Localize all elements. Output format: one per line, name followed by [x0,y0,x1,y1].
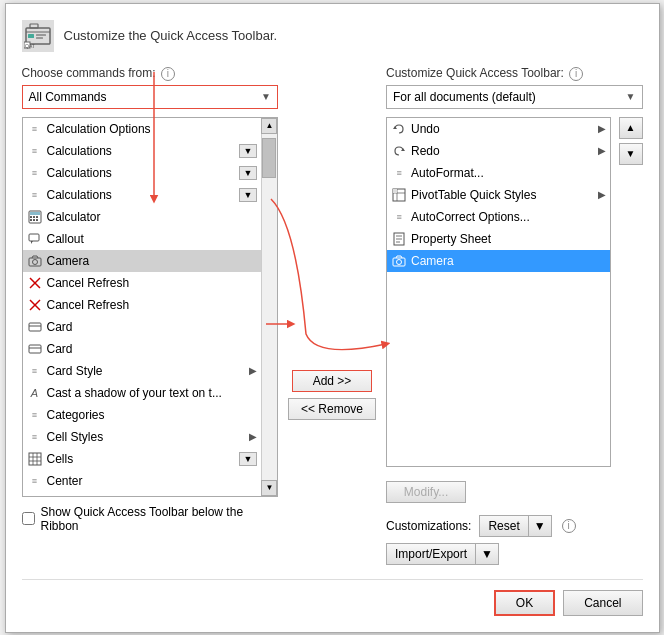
modify-button[interactable]: Modify... [386,481,466,503]
list-item[interactable]: Callout [23,228,261,250]
left-scrollbar[interactable]: ▲ ▼ [261,118,277,496]
right-panel: Customize Quick Access Toolbar: i For al… [386,66,642,565]
list-item[interactable]: ≡ Calculation Options [23,118,261,140]
svg-rect-16 [29,234,39,241]
scroll-side-btn[interactable]: ▼ [239,166,257,180]
show-toolbar-checkbox[interactable] [22,512,35,525]
callout-icon [27,231,43,247]
svg-rect-9 [30,212,40,215]
right-list-item[interactable]: ≡ AutoFormat... [387,162,609,184]
scroll-up-btn[interactable]: ▲ [261,118,277,134]
svg-rect-26 [29,345,41,353]
customizations-label: Customizations: [386,519,471,533]
dialog-header: QAT Customize the Quick Access Toolbar. [22,20,643,52]
right-list-item[interactable]: Undo ▶ [387,118,609,140]
left-dropdown[interactable]: All Commands ▼ [22,85,278,109]
item-icon: ≡ [27,121,43,137]
left-listbox-items: ≡ Calculation Options ≡ Calculations ▼ ≡… [23,118,261,496]
left-info-icon[interactable]: i [161,67,175,81]
left-section-label: Choose commands from: i [22,66,278,81]
list-item[interactable]: ≡ Center [23,470,261,492]
list-item[interactable]: ≡ Categories [23,404,261,426]
list-item[interactable]: ≡ Calculations ▼ [23,140,261,162]
scroll-side-btn[interactable]: ▼ [239,144,257,158]
svg-rect-45 [393,189,397,193]
undo-icon [391,121,407,137]
list-item[interactable]: ≡ Center [23,492,261,496]
import-export-button[interactable]: Import/Export ▼ [386,543,499,565]
svg-point-51 [397,259,402,264]
scroll-down-btn[interactable]: ▼ [261,480,277,496]
svg-rect-28 [29,453,41,465]
cancel-refresh-icon [27,275,43,291]
list-item[interactable]: Cancel Refresh [23,272,261,294]
svg-rect-15 [36,219,38,221]
submenu-arrow: ▶ [598,123,606,134]
cell-styles-icon: ≡ [27,429,43,445]
center-icon: ≡ [27,495,43,496]
list-item[interactable]: Cancel Refresh [23,294,261,316]
list-item[interactable]: ≡ Card Style ▶ [23,360,261,382]
list-item[interactable]: Cells ▼ [23,448,261,470]
property-sheet-icon [391,231,407,247]
svg-rect-3 [28,34,34,38]
list-item[interactable]: ≡ Cell Styles ▶ [23,426,261,448]
list-item[interactable]: Card [23,338,261,360]
svg-rect-14 [33,219,35,221]
right-scroll-up-btn[interactable]: ▲ [619,117,643,139]
list-item[interactable]: Card [23,316,261,338]
svg-point-19 [32,259,37,264]
scroll-side-btn[interactable]: ▼ [239,188,257,202]
right-list-item[interactable]: PivotTable Quick Styles ▶ [387,184,609,206]
cancel-button[interactable]: Cancel [563,590,642,616]
calculator-icon [27,209,43,225]
cancel-refresh-icon [27,297,43,313]
dialog: QAT Customize the Quick Access Toolbar. … [5,3,660,633]
camera-selected-icon [391,253,407,269]
add-button[interactable]: Add >> [292,370,372,392]
right-listbox[interactable]: Undo ▶ Redo ▶ ≡ AutoFormat... [386,117,610,467]
right-camera-item[interactable]: Camera [387,250,609,272]
cast-shadow-icon: A [27,385,43,401]
cells-icon [27,451,43,467]
pivottable-icon [391,187,407,203]
svg-rect-4 [36,34,46,36]
svg-rect-13 [30,219,32,221]
autoformat-icon: ≡ [391,165,407,181]
card-icon [27,341,43,357]
scroll-side-btn[interactable]: ▼ [239,452,257,466]
reset-split-button[interactable]: Reset ▼ [479,515,551,537]
right-scroll-down-btn[interactable]: ▼ [619,143,643,165]
autocorrect-icon: ≡ [391,209,407,225]
camera-icon [27,253,43,269]
cast-shadow-item[interactable]: A Cast a shadow of your text on t... [23,382,261,404]
remove-button[interactable]: << Remove [288,398,376,420]
center-icon: ≡ [27,473,43,489]
right-scroll-buttons: ▲ ▼ [619,117,643,473]
list-item[interactable]: ≡ Calculations ▼ [23,162,261,184]
left-dropdown-arrow: ▼ [261,91,271,102]
list-item[interactable]: ≡ Calculations ▼ [23,184,261,206]
right-list-item[interactable]: Property Sheet [387,228,609,250]
dialog-title: Customize the Quick Access Toolbar. [64,28,278,43]
import-export-label: Import/Export [387,544,476,564]
card-style-icon: ≡ [27,363,43,379]
right-section-label: Customize Quick Access Toolbar: i [386,66,642,81]
middle-buttons: Add >> << Remove [278,66,386,565]
redo-icon [391,143,407,159]
customizations-info-icon[interactable]: i [562,519,576,533]
right-info-icon[interactable]: i [569,67,583,81]
svg-text:QAT: QAT [25,43,35,49]
list-item[interactable]: Calculator [23,206,261,228]
svg-rect-12 [36,216,38,218]
right-dropdown[interactable]: For all documents (default) ▼ [386,85,642,109]
left-listbox[interactable]: ≡ Calculation Options ≡ Calculations ▼ ≡… [22,117,278,497]
checkbox-label: Show Quick Access Toolbar below the Ribb… [41,505,278,533]
right-list-item[interactable]: ≡ AutoCorrect Options... [387,206,609,228]
right-list-item[interactable]: Redo ▶ [387,140,609,162]
categories-icon: ≡ [27,407,43,423]
scroll-thumb[interactable] [262,138,276,178]
camera-list-item[interactable]: Camera [23,250,261,272]
card-icon [27,319,43,335]
ok-button[interactable]: OK [494,590,555,616]
